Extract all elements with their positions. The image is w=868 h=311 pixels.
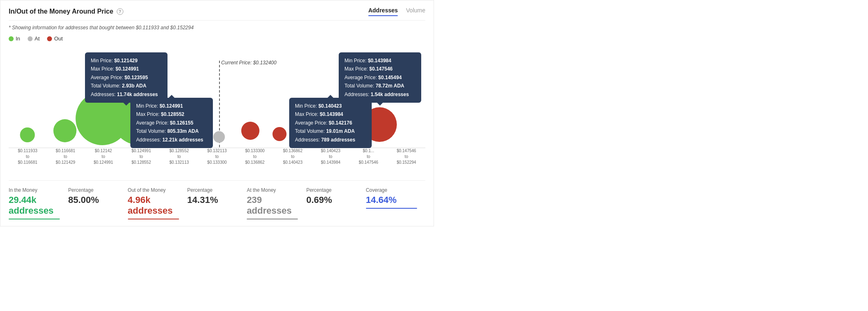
stat-at-pct-label: Percentage: [306, 187, 357, 193]
x-label-7: $0.136862to$0.140423: [274, 148, 312, 172]
x-label-4: $0.128552to$0.132113: [160, 148, 198, 172]
stat-coverage-label: Coverage: [366, 187, 417, 193]
stat-out-pct-block: Percentage 14.31%: [187, 187, 247, 205]
chart-title: In/Out of the Money Around Price: [9, 8, 113, 15]
legend: In At Out: [9, 35, 425, 42]
chart-area: Min Price: $0.121429 Max Price: $0.12499…: [9, 48, 425, 172]
bubble-6: [241, 122, 259, 140]
stat-out-pct-label: Percentage: [187, 187, 238, 193]
stat-in-pct-label: Percentage: [68, 187, 119, 193]
stats-row: In the Money 29.44k addresses Percentage…: [9, 180, 425, 219]
bubble-5: [213, 131, 225, 143]
stat-out-label: Out of the Money: [128, 187, 179, 193]
stat-in-value: 29.44k addresses: [9, 195, 60, 216]
x-label-1: $0.116681to$0.121429: [47, 148, 85, 172]
stat-coverage: Coverage 14.64%: [366, 187, 425, 209]
stat-out-the-money: Out of the Money 4.96k addresses: [128, 187, 187, 219]
stat-at-underline: [247, 219, 298, 219]
stat-in-the-money: In the Money 29.44k addresses: [9, 187, 68, 219]
bubble-9: [327, 112, 357, 141]
stat-coverage-value: 14.64%: [366, 195, 417, 205]
stat-at-pct-block: Percentage 0.69%: [306, 187, 366, 205]
legend-out: Out: [47, 35, 63, 42]
legend-label-in: In: [16, 35, 20, 42]
stat-at-label: At the Money: [247, 187, 298, 193]
legend-in: In: [9, 35, 20, 42]
x-axis: $0.111933to$0.116681 $0.116681to$0.12142…: [9, 148, 425, 172]
stat-in-pct-block: Percentage 85.00%: [68, 187, 127, 205]
tabs: Addresses Volume: [368, 7, 425, 16]
stat-in-label: In the Money: [9, 187, 60, 193]
bubble-0: [20, 127, 35, 142]
legend-label-at: At: [35, 35, 40, 42]
x-label-9: $0.1...to$0.147546: [349, 148, 387, 172]
legend-dot-at: [28, 36, 33, 41]
x-label-8: $0.140423to$0.143984: [312, 148, 350, 172]
x-label-0: $0.111933to$0.116681: [9, 148, 47, 172]
bubble-3: [111, 87, 169, 145]
stat-at-value: 239 addresses: [247, 195, 298, 216]
main-container: In/Out of the Money Around Price ? Addre…: [0, 0, 434, 226]
bubble-4: [165, 120, 190, 145]
bubble-chart-svg: [9, 48, 425, 147]
bubble-1: [53, 119, 76, 142]
legend-label-out: Out: [54, 35, 63, 42]
bubble-8: [299, 120, 318, 139]
help-icon[interactable]: ?: [117, 8, 123, 15]
header-title-group: In/Out of the Money Around Price ?: [9, 8, 123, 15]
subtitle: * Showing information for addresses that…: [9, 25, 425, 31]
x-label-5: $0.132113to$0.133300: [198, 148, 236, 172]
stat-at-the-money: At the Money 239 addresses: [247, 187, 306, 219]
header: In/Out of the Money Around Price ? Addre…: [9, 7, 425, 21]
legend-dot-in: [9, 36, 14, 41]
bubble-10: [362, 107, 397, 142]
stat-in-underline: [9, 219, 60, 219]
stat-out-underline: [128, 219, 179, 219]
stat-coverage-underline: [366, 208, 417, 209]
x-label-3: $0.124991to$0.128552: [122, 148, 160, 172]
x-label-6: $0.133300to$0.136862: [236, 148, 274, 172]
tab-volume[interactable]: Volume: [406, 7, 425, 16]
stat-at-pct-value: 0.69%: [306, 195, 357, 205]
legend-at: At: [28, 35, 40, 42]
stat-out-pct-value: 14.31%: [187, 195, 238, 205]
stat-out-value: 4.96k addresses: [128, 195, 179, 216]
x-label-10: $0.147546to$0.152294: [387, 148, 425, 172]
tab-addresses[interactable]: Addresses: [368, 7, 398, 16]
x-label-2: $0.12142to$0.124991: [85, 148, 123, 172]
legend-dot-out: [47, 36, 52, 41]
stat-in-pct-value: 85.00%: [68, 195, 119, 205]
bubble-7: [273, 127, 287, 141]
